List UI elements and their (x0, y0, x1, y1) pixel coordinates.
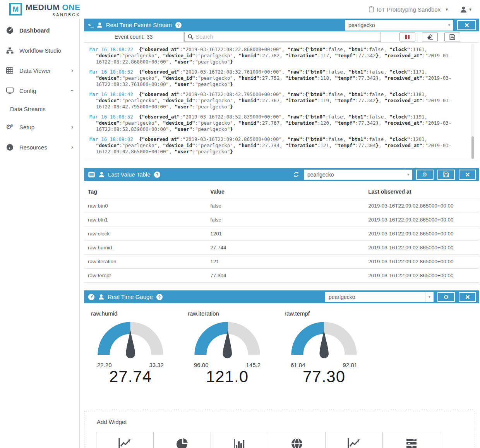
sidebar-item-data-streams[interactable]: Data Streams (0, 101, 79, 117)
globe-icon (291, 438, 303, 448)
bar-chart-icon (234, 438, 245, 448)
tag-cell: raw:btn1 (84, 213, 206, 227)
close-icon (465, 295, 470, 299)
last-value-table-widget: Last Value Table ? pearlgecko ▼ ⚙ (84, 168, 479, 283)
last-observed-cell: 2019-03-16T22:09:02.865000+00:00 (364, 241, 479, 255)
table-icon (5, 67, 15, 74)
clipboard-icon (369, 6, 374, 12)
close-widget-button[interactable] (459, 292, 476, 302)
device-select[interactable]: pearlgecko ▼ (304, 170, 412, 180)
table-row: raw:iteration1212019-03-16T22:09:02.8650… (84, 255, 479, 269)
device-select[interactable]: pearlgecko ▼ (345, 20, 453, 31)
events-stream-titlebar: >_ Real Time Events Stream ? pearlgecko … (84, 19, 479, 31)
topbar-right: IoT Prototyping Sandbox ▼ ▼ (369, 0, 472, 19)
sidebar-item-config[interactable]: Config › (0, 81, 79, 101)
column-header-value: Value (206, 185, 364, 199)
gauge-chart (288, 318, 360, 360)
gauge-needle (319, 330, 329, 358)
eraser-icon (427, 34, 433, 40)
log-entry: Mar 16 18:08:52 {"observed_at":"2019-03-… (89, 114, 466, 132)
add-widget-panel: Add Widget Grouped Users Grouped Users G… (84, 411, 474, 448)
gauge-label: raw.humid (91, 310, 187, 317)
line-chart-icon (118, 438, 132, 448)
help-icon[interactable]: ? (175, 22, 182, 28)
settings-button[interactable]: ⚙ (437, 292, 455, 302)
gauge-range: 96.00 145.2 (191, 360, 264, 368)
sidebar-item-resources[interactable]: i Resources › (0, 137, 79, 157)
event-count: Event count: 33 (84, 31, 183, 42)
info-icon: i (5, 144, 15, 151)
person-icon (98, 294, 104, 300)
gauge-raw-humid: raw.humid 22.20 33.32 27.74 (90, 305, 187, 386)
gauge-label: raw.iteration (188, 310, 284, 317)
table-row: raw:btn1false2019-03-16T22:09:02.865000+… (84, 213, 479, 227)
gauge-range: 22.20 33.32 (94, 360, 167, 368)
clear-button[interactable] (422, 33, 438, 41)
add-grouped-pie-chart-button[interactable]: Grouped Users (153, 432, 211, 448)
tag-cell: raw:btn0 (84, 199, 206, 213)
sidebar-item-setup[interactable]: ⚙⚙ Setup › (0, 117, 79, 137)
chevron-right-icon: › (71, 67, 73, 74)
log-entry: Mar 16 18:09:02 {"observed_at":"2019-03-… (89, 136, 466, 155)
brand-text: MEDIUM ONE SANDBOX (26, 3, 81, 17)
sidebar-item-workflow-studio[interactable]: Workflow Studio (0, 40, 79, 60)
gear-icon: ⚙ (444, 294, 449, 300)
pause-button[interactable] (399, 33, 415, 41)
save-icon (443, 172, 449, 177)
user-menu[interactable]: ▼ (460, 6, 472, 13)
add-grouped-map-button[interactable]: Grouped Users (268, 432, 326, 448)
gears-icon: ⚙⚙ (5, 124, 15, 130)
tag-cell: raw:iteration (84, 255, 206, 269)
user-caret-icon: ▼ (468, 7, 472, 12)
sidebar-item-label: Dashboard (19, 27, 50, 34)
save-widget-button[interactable] (437, 170, 455, 180)
refresh-icon (293, 172, 299, 177)
log-entry: Mar 16 18:08:32 {"observed_at":"2019-03-… (89, 69, 466, 88)
search-box (184, 32, 381, 42)
settings-button[interactable]: ⚙ (416, 170, 434, 180)
log-scrollbar-thumb[interactable] (471, 136, 474, 159)
add-grouped-bar-chart-button[interactable]: Grouped Users (211, 432, 268, 448)
refresh-button[interactable] (293, 172, 299, 177)
tag-cell: raw:tempf (84, 269, 206, 283)
select-caret-icon: ▼ (425, 292, 434, 302)
pie-chart-icon (177, 438, 188, 448)
workspace-selector[interactable]: IoT Prototyping Sandbox ▼ (369, 6, 449, 13)
last-observed-cell: 2019-03-16T22:09:02.865000+00:00 (364, 255, 479, 269)
stacked-list-icon (405, 438, 418, 448)
logo-m-icon: M (9, 3, 22, 15)
help-icon[interactable]: ? (156, 294, 163, 300)
save-button[interactable] (444, 33, 460, 41)
add-single-line-chart-button[interactable]: Single User (325, 432, 383, 448)
sidebar-item-label: Data Streams (10, 106, 46, 112)
sidebar-item-dashboard[interactable]: Dashboard (0, 20, 79, 40)
device-select[interactable]: pearlgecko ▼ (325, 292, 434, 302)
search-input[interactable] (196, 34, 377, 40)
add-widget-buttons: Grouped Users Grouped Users Grouped User… (96, 432, 474, 448)
value-cell: false (206, 199, 364, 213)
log-entry: Mar 16 18:08:42 {"observed_at":"2019-03-… (89, 91, 466, 110)
gauge-icon (88, 294, 95, 300)
main-content: >_ Real Time Events Stream ? pearlgecko … (84, 19, 479, 448)
sidebar-item-data-viewer[interactable]: Data Viewer › (0, 60, 79, 81)
chevron-down-icon: › (69, 89, 75, 91)
line-chart-icon (348, 438, 361, 448)
sidebar-item-label: Resources (19, 144, 47, 151)
add-single-last-value-button[interactable]: Single User (382, 432, 440, 448)
event-count-value: 33 (147, 34, 153, 40)
gauge-raw-iteration: raw.iteration 96.00 145.2 121.0 (187, 305, 284, 386)
table-row: raw:clock12012019-03-16T22:09:02.865000+… (84, 227, 479, 241)
log-scrollbar[interactable] (471, 44, 474, 160)
event-log-entries: Mar 16 18:08:22 {"observed_at":"2019-03-… (89, 46, 466, 155)
terminal-icon: >_ (88, 22, 93, 28)
add-grouped-line-chart-button[interactable]: Grouped Users (96, 432, 154, 448)
help-icon[interactable]: ? (154, 172, 160, 178)
gauge-label: raw.tempf (285, 310, 381, 317)
chevron-right-icon: › (71, 124, 73, 130)
log-entry: Mar 16 18:08:22 {"observed_at":"2019-03-… (89, 46, 466, 65)
gauge-range: 61.84 92.81 (288, 360, 360, 368)
close-widget-button[interactable] (457, 20, 476, 30)
last-value-table: Tag Value Last observed at raw:btn0false… (84, 185, 479, 283)
workspace-name: IoT Prototyping Sandbox (377, 6, 441, 13)
close-widget-button[interactable] (459, 170, 476, 180)
